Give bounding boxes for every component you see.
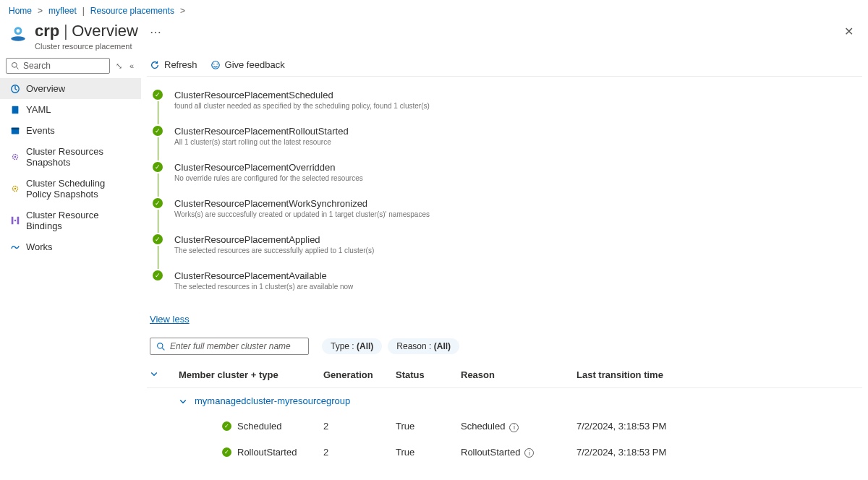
refresh-icon (150, 60, 160, 70)
document-icon (10, 105, 20, 115)
resource-icon (9, 25, 27, 43)
close-icon[interactable]: ✕ (838, 22, 859, 41)
timeline-item: ✓ClusterResourcePlacementAvailableThe se… (150, 270, 859, 304)
success-status-icon: ✓ (153, 90, 163, 100)
timeline-item: ✓ClusterResourcePlacementWorkSynchronize… (150, 198, 859, 234)
timeline-description: No override rules are configured for the… (174, 174, 363, 182)
search-icon (11, 61, 20, 70)
sidebar-item-yaml[interactable]: YAML (0, 99, 141, 120)
bindings-icon (10, 215, 20, 226)
cell-time: 7/2/2024, 3:18:53 PM (576, 447, 859, 458)
col-generation[interactable]: Generation (323, 369, 396, 380)
sidebar-item-overview[interactable]: Overview (0, 78, 141, 99)
timeline-item: ✓ClusterResourcePlacementRolloutStartedA… (150, 126, 859, 162)
timeline-connector (158, 101, 158, 124)
events-icon (10, 126, 20, 136)
svg-point-16 (211, 61, 219, 69)
svg-point-12 (14, 188, 17, 190)
success-status-icon: ✓ (153, 126, 163, 136)
svg-point-3 (12, 63, 17, 68)
svg-point-1 (11, 36, 25, 41)
svg-point-18 (216, 63, 217, 64)
timeline-title: ClusterResourcePlacementOverridden (174, 162, 363, 173)
policy-snapshot-icon (10, 184, 20, 194)
svg-point-2 (17, 29, 20, 33)
timeline-description: The selected resources in 1 cluster(s) a… (174, 283, 353, 291)
collapse-sidebar-icon[interactable]: « (128, 60, 135, 72)
expand-toggle-icon[interactable]: ⤡ (114, 60, 124, 72)
info-icon[interactable]: i (524, 448, 534, 458)
sidebar-search-input[interactable]: Search (6, 58, 110, 74)
timeline-description: Works(s) are succcesfully created or upd… (174, 210, 430, 218)
status-timeline: ✓ClusterResourcePlacementScheduledfound … (147, 77, 862, 309)
timeline-title: ClusterResourcePlacementAvailable (174, 270, 353, 281)
timeline-description: The selected resources are successfully … (174, 247, 374, 254)
nav-label: Works (26, 241, 53, 252)
page-title: Overview (72, 22, 138, 40)
main-content: Refresh Give feedback ✓ClusterResourcePl… (141, 53, 868, 465)
col-time[interactable]: Last transition time (576, 369, 859, 380)
sidebar-item-cluster-resources-snapshots[interactable]: Cluster Resources Snapshots (0, 141, 141, 173)
col-status[interactable]: Status (396, 369, 461, 380)
cell-status: True (396, 447, 461, 458)
timeline-description: found all cluster needed as specified by… (174, 102, 430, 110)
svg-line-4 (17, 67, 19, 69)
timeline-connector (158, 210, 158, 233)
placement-table: Member cluster + type Generation Status … (147, 362, 862, 465)
cell-reason: RolloutStartedi (461, 447, 576, 458)
col-cluster[interactable]: Member cluster + type (179, 369, 323, 380)
timeline-title: ClusterResourcePlacementRolloutStarted (174, 126, 349, 137)
sidebar-item-cluster-resource-bindings[interactable]: Cluster Resource Bindings (0, 205, 141, 236)
info-icon[interactable]: i (509, 423, 519, 432)
sidebar-item-cluster-scheduling-policy-snapshots[interactable]: Cluster Scheduling Policy Snapshots (0, 173, 141, 205)
cluster-link[interactable]: mymanagedcluster-myresourcegroup (195, 395, 350, 406)
feedback-button[interactable]: Give feedback (210, 59, 285, 70)
chevron-right-icon: > (180, 6, 185, 16)
breadcrumb-home[interactable]: Home (9, 6, 32, 16)
timeline-connector (158, 246, 158, 269)
sidebar-item-works[interactable]: Works (0, 236, 141, 257)
resource-type-label: Cluster resource placement (35, 42, 838, 51)
table-row: ✓RolloutStarted2TrueRolloutStartedi7/2/2… (147, 440, 862, 466)
expand-all-toggle[interactable] (150, 369, 179, 380)
reason-filter-pill[interactable]: Reason : (All) (388, 338, 459, 354)
type-filter-pill[interactable]: Type : (All) (322, 338, 382, 354)
cluster-name-filter-input[interactable]: Enter full member cluster name (150, 338, 309, 355)
cell-reason: Scheduledi (461, 421, 576, 432)
nav-label: Cluster Scheduling Policy Snapshots (26, 178, 131, 200)
breadcrumb: Home > myfleet | Resource placements > (0, 0, 868, 22)
page-header: crp | Overview ⋯ Cluster resource placem… (0, 22, 868, 53)
svg-point-17 (213, 63, 214, 64)
timeline-title: ClusterResourcePlacementApplied (174, 234, 374, 245)
timeline-description: All 1 cluster(s) start rolling out the l… (174, 138, 349, 146)
success-status-icon: ✓ (222, 447, 231, 457)
breadcrumb-fleet[interactable]: myfleet (48, 6, 77, 16)
nav-label: Overview (26, 83, 65, 94)
resource-name: crp (35, 22, 59, 40)
svg-rect-14 (17, 217, 20, 225)
cell-time: 7/2/2024, 3:18:53 PM (576, 421, 859, 432)
toolbar: Refresh Give feedback (147, 53, 862, 77)
search-icon (156, 342, 166, 351)
overview-icon (10, 84, 20, 94)
pipe-separator: | (82, 6, 85, 16)
cell-status: True (396, 421, 461, 432)
cell-type: ✓RolloutStarted (179, 447, 323, 458)
breadcrumb-section[interactable]: Resource placements (90, 6, 174, 16)
snapshot-icon (10, 152, 20, 162)
table-group-row[interactable]: mymanagedcluster-myresourcegroup (147, 388, 862, 413)
more-menu-icon[interactable]: ⋯ (147, 25, 164, 39)
refresh-button[interactable]: Refresh (150, 59, 197, 70)
timeline-item: ✓ClusterResourcePlacementOverriddenNo ov… (150, 162, 859, 198)
view-less-link[interactable]: View less (150, 314, 190, 325)
timeline-item: ✓ClusterResourcePlacementAppliedThe sele… (150, 234, 859, 270)
table-header: Member cluster + type Generation Status … (147, 362, 862, 388)
timeline-title: ClusterResourcePlacementScheduled (174, 90, 430, 100)
view-less-link-container: View less (147, 309, 862, 335)
nav-label: Cluster Resource Bindings (26, 210, 131, 231)
svg-rect-8 (12, 127, 20, 129)
sidebar-item-events[interactable]: Events (0, 120, 141, 141)
cell-generation: 2 (323, 447, 396, 458)
col-reason[interactable]: Reason (461, 369, 576, 380)
works-icon (10, 242, 20, 252)
